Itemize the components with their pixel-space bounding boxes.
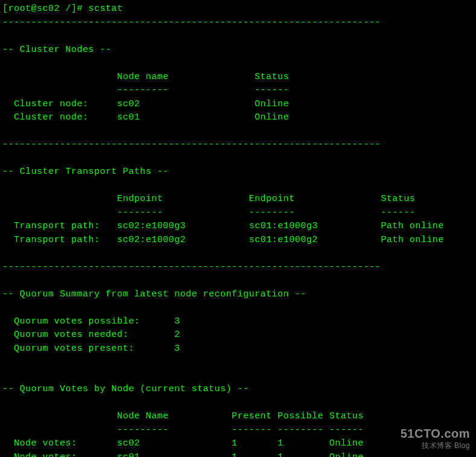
qv-header-possible: Possible [278, 411, 323, 421]
tp-row-ep2: sc01:e1000g2 [249, 235, 318, 245]
qv-header-status: Status [329, 411, 364, 421]
cn-row-label: Cluster node: [14, 112, 89, 123]
qv-row-name: sc02 [117, 438, 140, 449]
qs-row-label: Quorum votes needed: [14, 330, 129, 340]
cn-header-status: Status [255, 72, 289, 82]
qv-row-status: Online [329, 438, 364, 449]
divider: ----------------------------------------… [2, 262, 381, 272]
transport-paths-title: -- Cluster Transport Paths -- [2, 167, 169, 177]
cn-row-name: sc02 [117, 99, 140, 109]
qv-header-name: Node Name [117, 411, 169, 421]
qv-row-label: Node votes: [14, 452, 77, 458]
tp-ul-3: ------ [381, 208, 415, 218]
divider: ----------------------------------------… [2, 139, 381, 150]
tp-row-label: Transport path: [14, 221, 100, 231]
qs-row-value: 2 [174, 330, 180, 340]
qv-ul-1: --------- [117, 425, 169, 435]
cn-ul-1: --------- [117, 85, 169, 95]
cn-ul-2: ------ [255, 85, 289, 95]
divider: ----------------------------------------… [2, 18, 381, 28]
qv-row-present: 1 [232, 452, 238, 458]
terminal-output: [root@sc02 /]# scstat ------------------… [2, 2, 474, 457]
tp-header-ep1: Endpoint [117, 194, 163, 204]
cn-row-status: Online [255, 112, 289, 123]
tp-row-label: Transport path: [14, 235, 100, 245]
tp-header-ep2: Endpoint [249, 194, 295, 204]
quorum-votes-title: -- Quorum Votes by Node (current status)… [2, 384, 249, 394]
cluster-nodes-title: -- Cluster Nodes -- [2, 45, 112, 55]
qv-row-label: Node votes: [14, 438, 77, 449]
qs-row-label: Quorum votes present: [14, 344, 135, 354]
qs-row-value: 3 [174, 344, 180, 354]
tp-ul-2: -------- [249, 208, 295, 218]
cn-row-name: sc01 [117, 112, 140, 123]
qv-ul-3: -------- [278, 425, 323, 435]
tp-row-ep1: sc02:e1000g2 [117, 235, 186, 245]
cn-header-nodename: Node name [117, 72, 169, 82]
qv-ul-2: ------- [232, 425, 272, 435]
qs-row-label: Quorum votes possible: [14, 316, 140, 327]
qv-ul-4: ------ [329, 425, 364, 435]
tp-row-status: Path online [381, 235, 444, 245]
qs-row-value: 3 [174, 316, 180, 327]
quorum-summary-title: -- Quorum Summary from latest node recon… [2, 289, 306, 299]
qv-row-possible: 1 [278, 438, 284, 449]
qv-row-status: Online [329, 452, 364, 458]
prompt-line: [root@sc02 /]# scstat [2, 4, 123, 14]
tp-row-status: Path online [381, 221, 444, 231]
cn-row-status: Online [255, 99, 289, 109]
cn-row-label: Cluster node: [14, 99, 89, 109]
qv-row-present: 1 [232, 438, 238, 449]
qv-row-name: sc01 [117, 452, 140, 458]
qv-row-possible: 1 [278, 452, 284, 458]
tp-row-ep1: sc02:e1000g3 [117, 221, 186, 231]
tp-header-status: Status [381, 194, 415, 204]
tp-row-ep2: sc01:e1000g3 [249, 221, 318, 231]
qv-header-present: Present [232, 411, 272, 421]
tp-ul-1: -------- [117, 208, 163, 218]
